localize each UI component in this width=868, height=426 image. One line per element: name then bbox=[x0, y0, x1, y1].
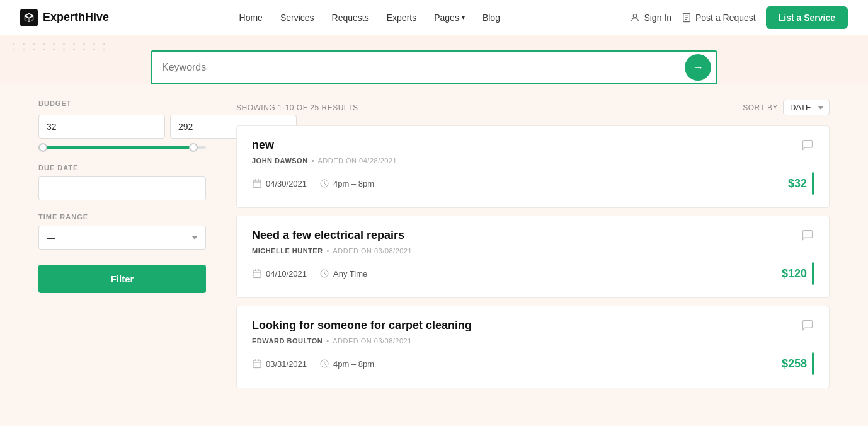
card-bottom: 04/30/2021 4pm – 8pm $32 bbox=[252, 172, 814, 195]
range-thumb-left[interactable] bbox=[38, 143, 47, 152]
nav-experts[interactable]: Experts bbox=[387, 13, 416, 23]
card-title: Need a few electrical repairs bbox=[252, 229, 404, 242]
time-value: 4pm – 8pm bbox=[333, 359, 374, 369]
document-icon bbox=[682, 13, 692, 23]
card-added: ADDED ON 04/28/2021 bbox=[317, 157, 397, 164]
list-service-button[interactable]: List a Service bbox=[766, 6, 848, 29]
svg-rect-5 bbox=[253, 180, 261, 188]
search-bar: → bbox=[151, 50, 717, 84]
card-time: Any Time bbox=[319, 268, 367, 279]
range-fill bbox=[38, 146, 198, 149]
due-date-label: DUE DATE bbox=[38, 164, 206, 171]
budget-label: BUDGET bbox=[38, 100, 206, 107]
range-track bbox=[38, 146, 206, 149]
time-value: 4pm – 8pm bbox=[333, 179, 374, 188]
logo-icon bbox=[20, 9, 38, 26]
card-author: MICHELLE HUNTER bbox=[252, 247, 323, 255]
due-date-input[interactable] bbox=[38, 176, 206, 200]
main-content: BUDGET DUE DATE TIME RANGE — Filter SHOW… bbox=[18, 84, 850, 411]
date-value: 03/31/2021 bbox=[266, 359, 307, 369]
nav-actions: Sign In Post a Request List a Service bbox=[630, 6, 848, 29]
message-icon bbox=[801, 139, 814, 151]
nav-requests[interactable]: Requests bbox=[332, 13, 369, 23]
search-input[interactable] bbox=[162, 52, 685, 83]
range-thumb-right[interactable] bbox=[189, 143, 198, 152]
results-area: SHOWING 1-10 OF 25 RESULTS SORT BY DATE … bbox=[221, 84, 830, 411]
card-author: EDWARD BOULTON bbox=[252, 337, 323, 345]
card-meta: EDWARD BOULTON • ADDED ON 03/08/2021 bbox=[252, 337, 814, 345]
budget-inputs bbox=[38, 115, 206, 139]
results-count: SHOWING 1-10 OF 25 RESULTS bbox=[236, 103, 358, 112]
dots-decoration bbox=[13, 43, 110, 50]
card-date: 04/30/2021 bbox=[252, 178, 307, 188]
filter-button[interactable]: Filter bbox=[38, 265, 206, 293]
budget-min-input[interactable] bbox=[38, 115, 165, 139]
card-details: 04/10/2021 Any Time bbox=[252, 268, 367, 279]
date-value: 04/10/2021 bbox=[266, 269, 307, 279]
nav-home[interactable]: Home bbox=[239, 13, 263, 23]
card-price-area: $120 bbox=[782, 262, 814, 285]
card-title: new bbox=[252, 139, 274, 152]
card-bottom: 04/10/2021 Any Time $120 bbox=[252, 262, 814, 285]
card-added: ADDED ON 03/08/2021 bbox=[333, 247, 412, 255]
logo[interactable]: ExperthHive bbox=[20, 9, 109, 26]
range-slider[interactable] bbox=[38, 146, 206, 149]
card-details: 03/31/2021 4pm – 8pm bbox=[252, 359, 374, 369]
logo-text: ExperthHive bbox=[43, 11, 109, 24]
card-price-bar bbox=[812, 172, 814, 195]
calendar-icon bbox=[252, 359, 262, 369]
card-meta: JOHN DAWSON • ADDED ON 04/28/2021 bbox=[252, 157, 814, 164]
svg-rect-10 bbox=[253, 270, 261, 278]
message-icon bbox=[801, 229, 814, 241]
sign-in-button[interactable]: Sign In bbox=[630, 13, 671, 23]
card-date: 03/31/2021 bbox=[252, 359, 307, 369]
nav-blog[interactable]: Blog bbox=[483, 13, 500, 23]
clock-icon bbox=[319, 268, 329, 279]
calendar-icon bbox=[252, 268, 262, 279]
hero-search-area: → bbox=[0, 35, 868, 84]
calendar-icon bbox=[252, 178, 262, 188]
card-top: Looking for someone for carpet cleaning bbox=[252, 319, 814, 332]
message-icon bbox=[801, 319, 814, 331]
time-value: Any Time bbox=[333, 269, 367, 279]
svg-point-0 bbox=[634, 14, 637, 17]
card-title: Looking for someone for carpet cleaning bbox=[252, 319, 472, 332]
card-price-bar bbox=[812, 352, 814, 375]
card-price-area: $258 bbox=[782, 352, 814, 375]
card-time: 4pm – 8pm bbox=[319, 359, 374, 369]
service-card: Need a few electrical repairs MICHELLE H… bbox=[236, 216, 830, 298]
sort-select[interactable]: DATE bbox=[783, 100, 830, 115]
pages-chevron-icon: ▾ bbox=[462, 14, 465, 21]
nav-pages[interactable]: Pages ▾ bbox=[434, 13, 465, 23]
card-date: 04/10/2021 bbox=[252, 268, 307, 279]
service-card: Looking for someone for carpet cleaning … bbox=[236, 306, 830, 388]
sort-label: SORT BY bbox=[743, 103, 778, 112]
nav-services[interactable]: Services bbox=[280, 13, 314, 23]
search-button[interactable]: → bbox=[685, 54, 711, 81]
card-details: 04/30/2021 4pm – 8pm bbox=[252, 178, 374, 188]
arrow-right-icon: → bbox=[692, 61, 704, 74]
date-value: 04/30/2021 bbox=[266, 179, 307, 188]
card-price: $258 bbox=[782, 357, 807, 371]
nav-links: Home Services Requests Experts Pages ▾ B… bbox=[239, 13, 500, 23]
card-top: Need a few electrical repairs bbox=[252, 229, 814, 242]
clock-icon bbox=[319, 359, 329, 369]
navbar: ExperthHive Home Services Requests Exper… bbox=[0, 0, 868, 35]
card-author: JOHN DAWSON bbox=[252, 157, 308, 164]
clock-icon bbox=[319, 178, 329, 188]
user-icon bbox=[630, 13, 640, 23]
card-price: $32 bbox=[788, 177, 807, 190]
post-request-button[interactable]: Post a Request bbox=[682, 13, 756, 23]
sidebar: BUDGET DUE DATE TIME RANGE — Filter bbox=[38, 84, 221, 411]
card-price-area: $32 bbox=[788, 172, 814, 195]
svg-rect-15 bbox=[253, 360, 261, 368]
card-time: 4pm – 8pm bbox=[319, 178, 374, 188]
sort-container: SORT BY DATE bbox=[743, 100, 830, 115]
card-added: ADDED ON 03/08/2021 bbox=[333, 337, 412, 345]
card-bottom: 03/31/2021 4pm – 8pm $258 bbox=[252, 352, 814, 375]
service-card: new JOHN DAWSON • ADDED ON 04/28/2021 04… bbox=[236, 125, 830, 208]
card-price-bar bbox=[812, 262, 814, 285]
results-header: SHOWING 1-10 OF 25 RESULTS SORT BY DATE bbox=[236, 100, 830, 115]
time-range-select[interactable]: — bbox=[38, 226, 206, 250]
card-meta: MICHELLE HUNTER • ADDED ON 03/08/2021 bbox=[252, 247, 814, 255]
